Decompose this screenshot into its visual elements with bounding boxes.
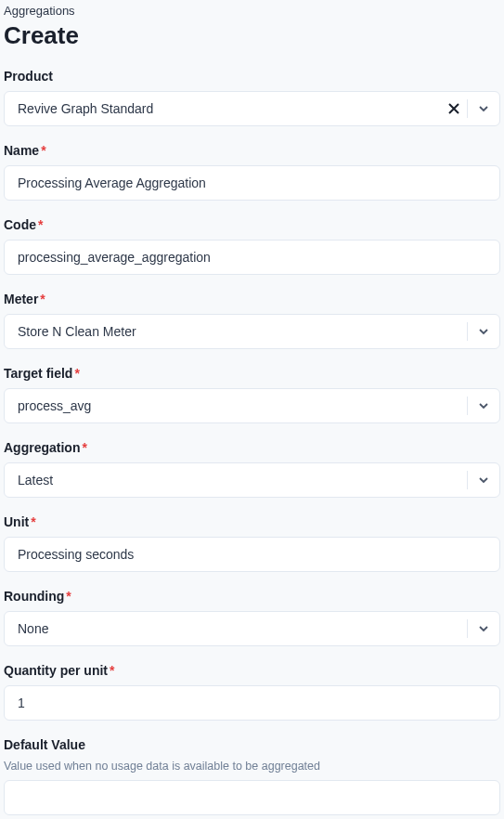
field-code: Code* xyxy=(4,217,500,275)
rounding-label: Rounding* xyxy=(4,589,500,604)
meter-label: Meter* xyxy=(4,292,500,306)
target-field-select[interactable]: process_avg xyxy=(4,388,500,423)
field-aggregation: Aggregation* Latest xyxy=(4,440,500,498)
required-marker: * xyxy=(31,514,35,529)
required-marker: * xyxy=(38,217,43,232)
name-label-text: Name xyxy=(4,143,39,158)
unit-label: Unit* xyxy=(4,514,500,529)
quantity-per-unit-input[interactable] xyxy=(4,685,500,721)
rounding-select[interactable]: None xyxy=(4,611,500,646)
target-field-label-text: Target field xyxy=(4,366,72,381)
field-rounding: Rounding* None xyxy=(4,589,500,646)
field-name: Name* xyxy=(4,143,500,201)
chevron-down-icon[interactable] xyxy=(468,325,499,338)
required-marker: * xyxy=(110,663,114,678)
default-value-input[interactable] xyxy=(4,780,500,815)
required-marker: * xyxy=(41,143,45,158)
page-title: Create xyxy=(4,21,500,50)
clear-icon[interactable] xyxy=(441,103,467,114)
field-product: Product Revive Graph Standard xyxy=(4,69,500,126)
rounding-label-text: Rounding xyxy=(4,589,64,604)
quantity-per-unit-label-text: Quantity per unit xyxy=(4,663,108,678)
aggregation-label: Aggregation* xyxy=(4,440,500,455)
default-value-label: Default Value xyxy=(4,737,500,752)
quantity-per-unit-label: Quantity per unit* xyxy=(4,663,500,678)
aggregation-label-text: Aggregation xyxy=(4,440,80,455)
required-marker: * xyxy=(66,589,71,604)
default-value-helper: Value used when no usage data is availab… xyxy=(4,760,500,773)
target-field-select-value: process_avg xyxy=(5,389,467,422)
chevron-down-icon[interactable] xyxy=(468,622,499,635)
unit-label-text: Unit xyxy=(4,514,29,529)
target-field-label: Target field* xyxy=(4,366,500,381)
aggregation-select-value: Latest xyxy=(5,463,467,497)
field-unit: Unit* xyxy=(4,514,500,572)
code-label: Code* xyxy=(4,217,500,232)
name-input[interactable] xyxy=(4,165,500,201)
aggregation-select[interactable]: Latest xyxy=(4,462,500,498)
chevron-down-icon[interactable] xyxy=(468,474,499,487)
field-quantity-per-unit: Quantity per unit* xyxy=(4,663,500,721)
breadcrumb[interactable]: Aggregations xyxy=(4,4,500,18)
meter-label-text: Meter xyxy=(4,292,38,306)
product-select[interactable]: Revive Graph Standard xyxy=(4,91,500,126)
name-label: Name* xyxy=(4,143,500,158)
unit-input[interactable] xyxy=(4,537,500,572)
field-default-value: Default Value Value used when no usage d… xyxy=(4,737,500,815)
product-label-text: Product xyxy=(4,69,53,84)
field-target-field: Target field* process_avg xyxy=(4,366,500,423)
product-label: Product xyxy=(4,69,500,84)
field-meter: Meter* Store N Clean Meter xyxy=(4,292,500,349)
meter-select-value: Store N Clean Meter xyxy=(5,315,467,348)
required-marker: * xyxy=(40,292,45,306)
chevron-down-icon[interactable] xyxy=(468,102,499,115)
code-label-text: Code xyxy=(4,217,36,232)
rounding-select-value: None xyxy=(5,612,467,645)
required-marker: * xyxy=(74,366,79,381)
product-select-value: Revive Graph Standard xyxy=(5,92,441,125)
default-value-label-text: Default Value xyxy=(4,737,85,752)
chevron-down-icon[interactable] xyxy=(468,399,499,412)
required-marker: * xyxy=(82,440,86,455)
code-input[interactable] xyxy=(4,240,500,275)
meter-select[interactable]: Store N Clean Meter xyxy=(4,314,500,349)
